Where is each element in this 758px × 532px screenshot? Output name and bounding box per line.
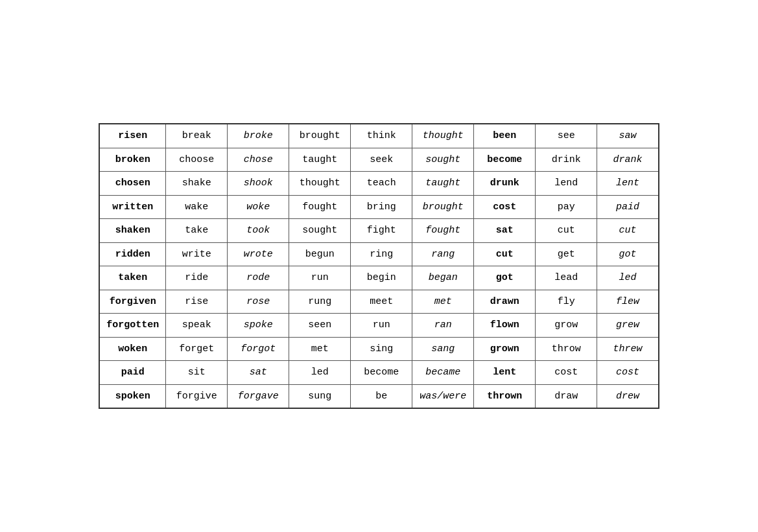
table-cell: saw (597, 124, 659, 148)
table-cell: began (412, 266, 474, 290)
table-cell: cut (474, 242, 536, 266)
table-cell: drew (597, 384, 659, 408)
table-cell: grow (536, 314, 597, 338)
table-cell: brought (289, 124, 351, 148)
table-cell: sought (289, 219, 351, 243)
table-cell: be (351, 384, 412, 408)
table-cell: cost (536, 361, 597, 385)
table-cell: sit (166, 361, 228, 385)
table-cell: fight (351, 219, 412, 243)
table-cell: flew (597, 290, 659, 314)
table-cell: fought (412, 219, 474, 243)
table-cell: became (412, 361, 474, 385)
table-cell: broken (99, 148, 166, 172)
table-cell: spoke (228, 314, 289, 338)
table-cell: run (289, 266, 351, 290)
table-cell: rang (412, 242, 474, 266)
table-cell: broke (228, 124, 289, 148)
table-cell: take (166, 219, 228, 243)
table-row: paidsitsatledbecomebecamelentcostcost (99, 361, 659, 385)
table-cell: shake (166, 172, 228, 196)
table-cell: throw (536, 337, 597, 361)
table-cell: cut (536, 219, 597, 243)
table-cell: cost (597, 361, 659, 385)
table-cell: seen (289, 314, 351, 338)
table-cell: sang (412, 337, 474, 361)
table-row: spokenforgiveforgavesungbewas/werethrown… (99, 384, 659, 408)
table-cell: bring (351, 195, 412, 219)
table-cell: ring (351, 242, 412, 266)
table-cell: taught (412, 172, 474, 196)
table-cell: rode (228, 266, 289, 290)
table-cell: sing (351, 337, 412, 361)
table-cell: teach (351, 172, 412, 196)
table-cell: seek (351, 148, 412, 172)
table-cell: thrown (474, 384, 536, 408)
table-cell: grown (474, 337, 536, 361)
table-cell: draw (536, 384, 597, 408)
table-row: riddenwritewrotebegunringrangcutgetgot (99, 242, 659, 266)
table-row: forgivenriseroserungmeetmetdrawnflyflew (99, 290, 659, 314)
table-cell: chosen (99, 172, 166, 196)
table-cell: taught (289, 148, 351, 172)
table-cell: chose (228, 148, 289, 172)
table-cell: lead (536, 266, 597, 290)
table-cell: speak (166, 314, 228, 338)
table-cell: spoken (99, 384, 166, 408)
table-cell: threw (597, 337, 659, 361)
table-cell: paid (99, 361, 166, 385)
table-cell: sung (289, 384, 351, 408)
table-cell: got (597, 242, 659, 266)
table-cell: met (289, 337, 351, 361)
table-row: risenbreakbrokebroughtthinkthoughtbeense… (99, 124, 659, 148)
table-cell: drink (536, 148, 597, 172)
table-cell: choose (166, 148, 228, 172)
table-cell: break (166, 124, 228, 148)
table-cell: rung (289, 290, 351, 314)
table-cell: run (351, 314, 412, 338)
table-row: forgottenspeakspokeseenrunranflowngrowgr… (99, 314, 659, 338)
table-cell: lend (536, 172, 597, 196)
table-cell: sat (474, 219, 536, 243)
table-cell: risen (99, 124, 166, 148)
table-cell: got (474, 266, 536, 290)
table-cell: led (597, 266, 659, 290)
table-row: shakentaketooksoughtfightfoughtsatcutcut (99, 219, 659, 243)
table-cell: thought (412, 124, 474, 148)
table-cell: rose (228, 290, 289, 314)
table-cell: led (289, 361, 351, 385)
table-row: takenrideroderunbeginbegangotleadled (99, 266, 659, 290)
table-row: brokenchoosechosetaughtseeksoughtbecomed… (99, 148, 659, 172)
table-cell: took (228, 219, 289, 243)
table-cell: begun (289, 242, 351, 266)
irregular-verbs-table: risenbreakbrokebroughtthinkthoughtbeense… (99, 123, 659, 409)
table-cell: sat (228, 361, 289, 385)
table-cell: met (412, 290, 474, 314)
table-cell: wrote (228, 242, 289, 266)
table-cell: taken (99, 266, 166, 290)
table-cell: become (474, 148, 536, 172)
table-cell: been (474, 124, 536, 148)
table-row: wokenforgetforgotmetsingsanggrownthrowth… (99, 337, 659, 361)
table-cell: think (351, 124, 412, 148)
table-cell: thought (289, 172, 351, 196)
table-cell: fought (289, 195, 351, 219)
table-cell: woke (228, 195, 289, 219)
table-cell: flown (474, 314, 536, 338)
table-cell: forgotten (99, 314, 166, 338)
table-cell: ridden (99, 242, 166, 266)
table-cell: forget (166, 337, 228, 361)
table-cell: lent (474, 361, 536, 385)
table-cell: pay (536, 195, 597, 219)
table-row: writtenwakewokefoughtbringbroughtcostpay… (99, 195, 659, 219)
table-cell: get (536, 242, 597, 266)
table-cell: grew (597, 314, 659, 338)
table-cell: brought (412, 195, 474, 219)
table-cell: sought (412, 148, 474, 172)
table-cell: begin (351, 266, 412, 290)
table-cell: fly (536, 290, 597, 314)
table-cell: shook (228, 172, 289, 196)
table-cell: become (351, 361, 412, 385)
table-row: chosenshakeshookthoughtteachtaughtdrunkl… (99, 172, 659, 196)
table-cell: was/were (412, 384, 474, 408)
